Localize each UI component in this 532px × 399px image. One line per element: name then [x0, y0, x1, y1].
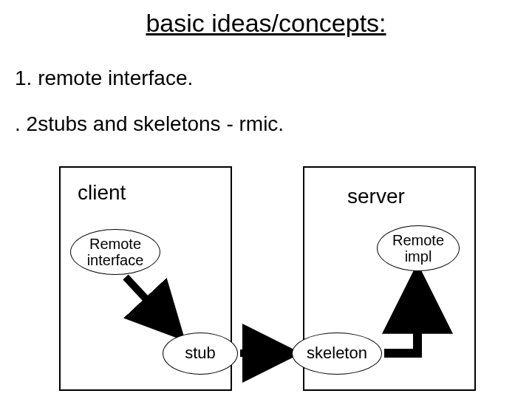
remote-impl-label: Remote impl: [378, 232, 459, 265]
stub-label: stub: [185, 344, 216, 362]
client-label: client: [78, 181, 126, 205]
skeleton-label: skeleton: [307, 344, 367, 362]
slide: basic ideas/concepts: 1. remote interfac…: [0, 0, 532, 399]
remote-interface-label: Remote interface: [71, 236, 160, 268]
skeleton-node: skeleton: [292, 332, 382, 375]
remote-interface-node: Remote interface: [70, 229, 160, 275]
stub-node: stub: [163, 332, 238, 375]
bullet-2: . 2stubs and skeletons - rmic.: [15, 112, 284, 136]
remote-impl-node: Remote impl: [377, 225, 460, 271]
bullet-1: 1. remote interface.: [15, 66, 193, 90]
server-label: server: [347, 185, 405, 208]
slide-title: basic ideas/concepts:: [0, 9, 532, 38]
